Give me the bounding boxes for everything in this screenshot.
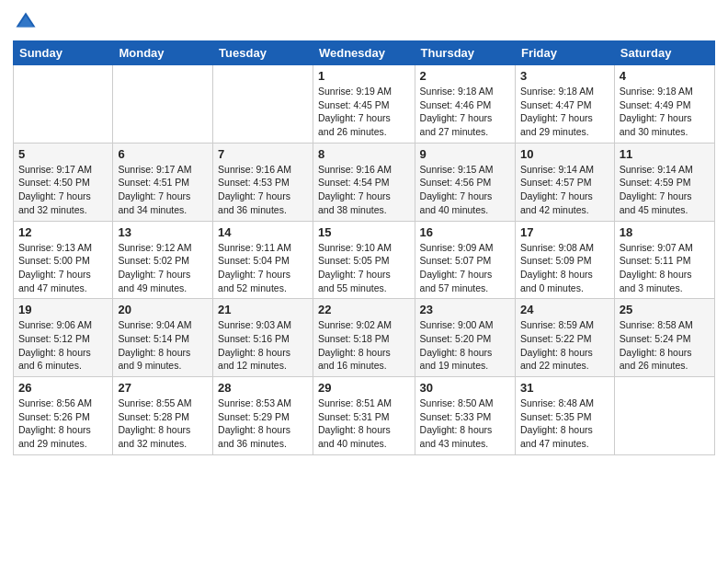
- day-number: 31: [520, 381, 609, 395]
- day-number: 18: [620, 225, 710, 239]
- day-number: 2: [420, 69, 510, 83]
- day-number: 21: [218, 303, 308, 316]
- day-number: 23: [420, 303, 510, 316]
- day-info: Sunrise: 9:14 AM Sunset: 4:57 PM Dayligh…: [520, 163, 609, 217]
- calendar-cell: 19Sunrise: 9:06 AM Sunset: 5:12 PM Dayli…: [14, 299, 113, 377]
- calendar-cell: 29Sunrise: 8:51 AM Sunset: 5:31 PM Dayli…: [313, 377, 415, 455]
- calendar-cell: [213, 65, 313, 144]
- day-number: 15: [318, 225, 410, 239]
- calendar-cell: 25Sunrise: 8:58 AM Sunset: 5:24 PM Dayli…: [614, 299, 714, 377]
- day-info: Sunrise: 9:18 AM Sunset: 4:47 PM Dayligh…: [520, 85, 609, 139]
- calendar-cell: 22Sunrise: 9:02 AM Sunset: 5:18 PM Dayli…: [313, 299, 415, 377]
- day-info: Sunrise: 8:59 AM Sunset: 5:22 PM Dayligh…: [520, 318, 609, 373]
- weekday-header-monday: Monday: [113, 41, 213, 65]
- calendar-cell: 8Sunrise: 9:16 AM Sunset: 4:54 PM Daylig…: [313, 143, 415, 221]
- day-number: 13: [118, 225, 208, 239]
- day-info: Sunrise: 9:17 AM Sunset: 4:50 PM Dayligh…: [18, 163, 108, 217]
- day-info: Sunrise: 9:13 AM Sunset: 5:00 PM Dayligh…: [18, 241, 108, 295]
- day-number: 7: [218, 147, 308, 161]
- day-info: Sunrise: 9:00 AM Sunset: 5:20 PM Dayligh…: [420, 318, 510, 373]
- day-number: 27: [118, 381, 208, 395]
- calendar-cell: 24Sunrise: 8:59 AM Sunset: 5:22 PM Dayli…: [515, 299, 614, 377]
- calendar-cell: 3Sunrise: 9:18 AM Sunset: 4:47 PM Daylig…: [515, 65, 614, 144]
- calendar-cell: 11Sunrise: 9:14 AM Sunset: 4:59 PM Dayli…: [614, 143, 714, 221]
- day-number: 19: [18, 303, 108, 316]
- day-info: Sunrise: 9:04 AM Sunset: 5:14 PM Dayligh…: [118, 318, 208, 373]
- day-info: Sunrise: 8:56 AM Sunset: 5:26 PM Dayligh…: [18, 396, 108, 451]
- calendar-cell: [614, 377, 714, 455]
- weekday-header-thursday: Thursday: [415, 41, 515, 65]
- day-info: Sunrise: 9:08 AM Sunset: 5:09 PM Dayligh…: [520, 241, 609, 295]
- calendar-cell: 21Sunrise: 9:03 AM Sunset: 5:16 PM Dayli…: [213, 299, 313, 377]
- day-info: Sunrise: 9:16 AM Sunset: 4:54 PM Dayligh…: [318, 163, 410, 217]
- calendar-cell: 14Sunrise: 9:11 AM Sunset: 5:04 PM Dayli…: [213, 221, 313, 299]
- day-number: 17: [520, 225, 609, 239]
- day-number: 11: [620, 147, 710, 161]
- calendar-cell: 5Sunrise: 9:17 AM Sunset: 4:50 PM Daylig…: [14, 143, 113, 221]
- day-number: 22: [318, 303, 410, 316]
- week-row-5: 26Sunrise: 8:56 AM Sunset: 5:26 PM Dayli…: [14, 377, 715, 455]
- calendar-cell: 30Sunrise: 8:50 AM Sunset: 5:33 PM Dayli…: [415, 377, 515, 455]
- calendar-cell: 20Sunrise: 9:04 AM Sunset: 5:14 PM Dayli…: [113, 299, 213, 377]
- week-row-1: 1Sunrise: 9:19 AM Sunset: 4:45 PM Daylig…: [14, 65, 715, 144]
- day-number: 28: [218, 381, 308, 395]
- calendar-cell: 12Sunrise: 9:13 AM Sunset: 5:00 PM Dayli…: [14, 221, 113, 299]
- weekday-header-saturday: Saturday: [614, 41, 714, 65]
- calendar-cell: 26Sunrise: 8:56 AM Sunset: 5:26 PM Dayli…: [14, 377, 113, 455]
- day-number: 16: [420, 225, 510, 239]
- day-info: Sunrise: 8:53 AM Sunset: 5:29 PM Dayligh…: [218, 396, 308, 451]
- day-info: Sunrise: 9:10 AM Sunset: 5:05 PM Dayligh…: [318, 241, 410, 295]
- day-number: 8: [318, 147, 410, 161]
- day-info: Sunrise: 9:14 AM Sunset: 4:59 PM Dayligh…: [620, 163, 710, 217]
- day-number: 5: [18, 147, 108, 161]
- calendar-cell: 16Sunrise: 9:09 AM Sunset: 5:07 PM Dayli…: [415, 221, 515, 299]
- day-info: Sunrise: 9:17 AM Sunset: 4:51 PM Dayligh…: [118, 163, 208, 217]
- weekday-header-row: SundayMondayTuesdayWednesdayThursdayFrid…: [14, 41, 715, 65]
- day-info: Sunrise: 9:16 AM Sunset: 4:53 PM Dayligh…: [218, 163, 308, 217]
- calendar-cell: 18Sunrise: 9:07 AM Sunset: 5:11 PM Dayli…: [614, 221, 714, 299]
- calendar-cell: 15Sunrise: 9:10 AM Sunset: 5:05 PM Dayli…: [313, 221, 415, 299]
- day-info: Sunrise: 9:03 AM Sunset: 5:16 PM Dayligh…: [218, 318, 308, 373]
- day-info: Sunrise: 8:50 AM Sunset: 5:33 PM Dayligh…: [420, 396, 510, 451]
- calendar-cell: 1Sunrise: 9:19 AM Sunset: 4:45 PM Daylig…: [313, 65, 415, 144]
- day-number: 6: [118, 147, 208, 161]
- calendar-cell: 10Sunrise: 9:14 AM Sunset: 4:57 PM Dayli…: [515, 143, 614, 221]
- calendar-cell: 17Sunrise: 9:08 AM Sunset: 5:09 PM Dayli…: [515, 221, 614, 299]
- week-row-3: 12Sunrise: 9:13 AM Sunset: 5:00 PM Dayli…: [14, 221, 715, 299]
- calendar-cell: 27Sunrise: 8:55 AM Sunset: 5:28 PM Dayli…: [113, 377, 213, 455]
- day-info: Sunrise: 9:06 AM Sunset: 5:12 PM Dayligh…: [18, 318, 108, 373]
- calendar-cell: 13Sunrise: 9:12 AM Sunset: 5:02 PM Dayli…: [113, 221, 213, 299]
- logo-icon: [13, 9, 39, 35]
- day-number: 12: [18, 225, 108, 239]
- calendar-cell: 31Sunrise: 8:48 AM Sunset: 5:35 PM Dayli…: [515, 377, 614, 455]
- day-number: 24: [520, 303, 609, 316]
- day-number: 9: [420, 147, 510, 161]
- calendar-cell: [113, 65, 213, 144]
- week-row-2: 5Sunrise: 9:17 AM Sunset: 4:50 PM Daylig…: [14, 143, 715, 221]
- day-info: Sunrise: 9:07 AM Sunset: 5:11 PM Dayligh…: [620, 241, 710, 295]
- day-number: 1: [318, 69, 410, 83]
- day-info: Sunrise: 9:12 AM Sunset: 5:02 PM Dayligh…: [118, 241, 208, 295]
- day-number: 4: [620, 69, 710, 83]
- day-number: 26: [18, 381, 108, 395]
- calendar-table: SundayMondayTuesdayWednesdayThursdayFrid…: [13, 40, 715, 455]
- day-number: 3: [520, 69, 609, 83]
- calendar-cell: 28Sunrise: 8:53 AM Sunset: 5:29 PM Dayli…: [213, 377, 313, 455]
- week-row-4: 19Sunrise: 9:06 AM Sunset: 5:12 PM Dayli…: [14, 299, 715, 377]
- weekday-header-sunday: Sunday: [14, 41, 113, 65]
- day-info: Sunrise: 9:18 AM Sunset: 4:46 PM Dayligh…: [420, 85, 510, 139]
- day-number: 10: [520, 147, 609, 161]
- day-info: Sunrise: 9:11 AM Sunset: 5:04 PM Dayligh…: [218, 241, 308, 295]
- day-info: Sunrise: 9:09 AM Sunset: 5:07 PM Dayligh…: [420, 241, 510, 295]
- calendar-cell: 4Sunrise: 9:18 AM Sunset: 4:49 PM Daylig…: [614, 65, 714, 144]
- day-info: Sunrise: 8:48 AM Sunset: 5:35 PM Dayligh…: [520, 396, 609, 451]
- calendar-cell: 7Sunrise: 9:16 AM Sunset: 4:53 PM Daylig…: [213, 143, 313, 221]
- weekday-header-tuesday: Tuesday: [213, 41, 313, 65]
- day-number: 25: [620, 303, 710, 316]
- day-info: Sunrise: 9:15 AM Sunset: 4:56 PM Dayligh…: [420, 163, 510, 217]
- weekday-header-friday: Friday: [515, 41, 614, 65]
- calendar-cell: 9Sunrise: 9:15 AM Sunset: 4:56 PM Daylig…: [415, 143, 515, 221]
- day-info: Sunrise: 8:55 AM Sunset: 5:28 PM Dayligh…: [118, 396, 208, 451]
- day-number: 30: [420, 381, 510, 395]
- day-info: Sunrise: 9:19 AM Sunset: 4:45 PM Dayligh…: [318, 85, 410, 139]
